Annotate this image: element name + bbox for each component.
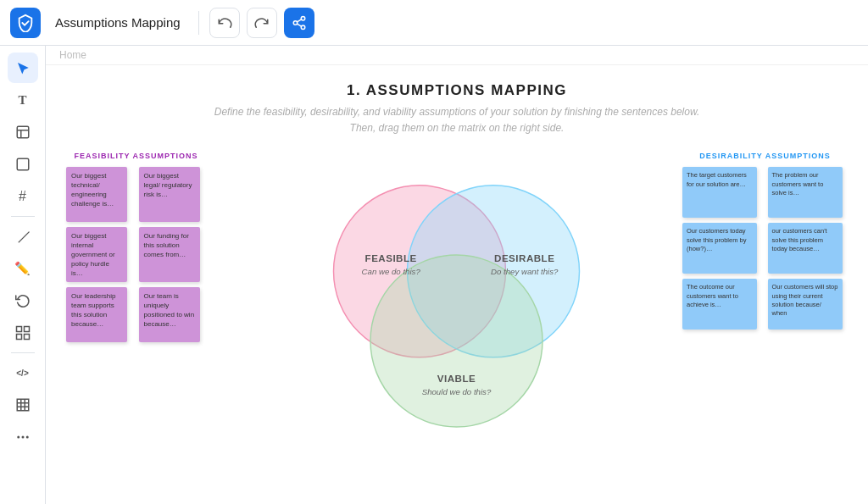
select-icon	[15, 60, 31, 75]
sidebar-tool-hashtag[interactable]: #	[8, 181, 38, 212]
breadcrumb: Home	[46, 46, 868, 65]
sticky-icon	[15, 125, 31, 140]
desirability-label: DESIRABILITY ASSUMPTIONS	[682, 152, 848, 160]
frame-icon	[15, 157, 31, 172]
sidebar-tool-rotate[interactable]	[8, 285, 38, 316]
feasibility-label: FEASIBILITY ASSUMPTIONS	[66, 152, 206, 160]
topbar-divider	[198, 11, 199, 35]
svg-rect-7	[16, 335, 21, 340]
topbar: Assumptions Mapping	[0, 0, 868, 46]
page-title: 1. ASSUMPTIONS MAPPING	[66, 82, 848, 99]
sticky-d5[interactable]: The outcome our customers want to achiev…	[682, 279, 757, 330]
rotate-icon	[15, 293, 31, 308]
sticky-f6[interactable]: Our team is uniquely positioned to win b…	[139, 287, 200, 342]
sidebar: T # — ✏️ </>	[0, 46, 46, 504]
svg-point-15	[370, 255, 542, 427]
sticky-d4[interactable]: our customers can't solve this problem t…	[768, 223, 843, 274]
sidebar-tool-line[interactable]: —	[1, 215, 44, 258]
svg-rect-5	[16, 327, 21, 332]
sticky-f2[interactable]: Our biggest legal/ regulatory risk is…	[139, 167, 200, 222]
sticky-d1[interactable]: The target customers for our solution ar…	[682, 167, 757, 218]
svg-rect-9	[17, 399, 29, 411]
sidebar-tool-table[interactable]	[8, 390, 38, 420]
svg-text:Should we do this?: Should we do this?	[422, 388, 492, 397]
sidebar-tool-text[interactable]: T	[8, 85, 38, 115]
logo[interactable]	[10, 8, 41, 38]
main-content: 1. ASSUMPTIONS MAPPING Define the feasib…	[46, 65, 868, 501]
sticky-d3[interactable]: Our customers today solve this problem b…	[682, 223, 757, 274]
feasibility-column: FEASIBILITY ASSUMPTIONS Our biggest tech…	[66, 152, 206, 342]
sidebar-tool-connect[interactable]	[8, 318, 38, 348]
sidebar-tool-sticky[interactable]	[8, 117, 38, 147]
feasibility-grid: Our biggest technical/ engineering chall…	[66, 167, 206, 342]
svg-text:Can we do this?: Can we do this?	[362, 268, 421, 277]
sticky-f4[interactable]: Our funding for this solution comes from…	[139, 227, 200, 282]
more-icon	[15, 429, 31, 445]
diagram-area: FEASIBILITY ASSUMPTIONS Our biggest tech…	[66, 152, 848, 457]
sticky-d6[interactable]: Our customers will stop using their curr…	[768, 279, 843, 330]
svg-point-11	[21, 436, 24, 439]
svg-rect-4	[17, 158, 29, 170]
sidebar-tool-code[interactable]: </>	[8, 357, 38, 388]
sidebar-tool-draw[interactable]: ✏️	[8, 253, 38, 284]
desirability-grid: The target customers for our solution ar…	[682, 167, 848, 330]
page-subtitle: Define the feasibility, desirability, an…	[66, 104, 848, 136]
undo-icon	[217, 15, 232, 30]
share-icon	[292, 15, 307, 30]
svg-rect-6	[24, 327, 29, 332]
svg-rect-8	[24, 335, 29, 340]
sticky-f1[interactable]: Our biggest technical/ engineering chall…	[66, 167, 127, 222]
redo-button[interactable]	[247, 8, 277, 38]
canvas[interactable]: Home 1. ASSUMPTIONS MAPPING Define the f…	[46, 46, 868, 504]
sticky-f3[interactable]: Our biggest internal government or polic…	[66, 227, 127, 282]
svg-text:FEASIBLE: FEASIBLE	[365, 252, 417, 263]
sidebar-tool-select[interactable]	[8, 53, 38, 83]
logo-icon	[16, 14, 35, 32]
svg-rect-3	[17, 126, 29, 138]
svg-point-12	[25, 436, 28, 439]
svg-text:VIABLE: VIABLE	[437, 373, 476, 384]
sticky-d2[interactable]: The problem our customers want to solve …	[768, 167, 843, 218]
connect-icon	[15, 325, 31, 341]
svg-text:DESIRABLE: DESIRABLE	[494, 252, 554, 263]
undo-button[interactable]	[209, 8, 240, 38]
desirability-column: DESIRABILITY ASSUMPTIONS The target cust…	[682, 152, 848, 330]
sticky-f5[interactable]: Our leadership team supports this soluti…	[66, 287, 127, 342]
venn-diagram: FEASIBLE Can we do this? DESIRABLE Do th…	[214, 152, 674, 457]
sidebar-tool-frame[interactable]	[8, 149, 38, 180]
svg-point-10	[17, 436, 19, 439]
share-button[interactable]	[284, 8, 314, 38]
svg-text:Do they want this?: Do they want this?	[491, 268, 559, 277]
redo-icon	[254, 15, 270, 30]
venn-svg: FEASIBLE Can we do this? DESIRABLE Do th…	[321, 164, 567, 444]
app-title[interactable]: Assumptions Mapping	[47, 11, 188, 34]
sidebar-separator-2	[11, 352, 35, 353]
table-icon	[15, 397, 31, 413]
sidebar-tool-more[interactable]	[8, 422, 38, 452]
